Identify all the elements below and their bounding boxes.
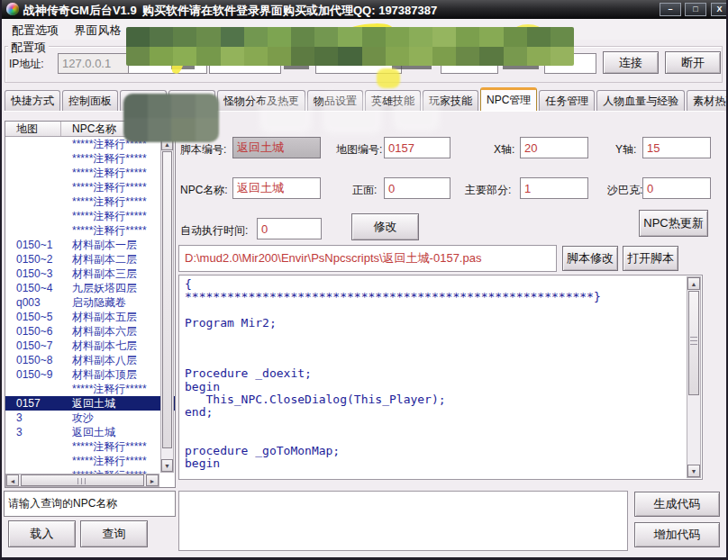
scroll-left-icon[interactable]: ◄	[6, 474, 19, 486]
tab-npc-manage[interactable]: NPC管理	[480, 87, 537, 111]
table-row[interactable]: 0150~9材料副本顶层	[5, 367, 175, 382]
table-row[interactable]: *****注释行*****	[5, 209, 175, 223]
tab-hp-exp[interactable]: 人物血量与经验	[596, 90, 685, 111]
connect-button[interactable]: 连接	[603, 51, 659, 74]
row-npc-name-cell: *****注释行*****	[61, 382, 175, 396]
script-code-area[interactable]: { **************************************…	[178, 275, 703, 480]
tab-control-panel[interactable]: 控制面板	[62, 90, 118, 111]
row-map-cell: 3	[5, 411, 61, 425]
scroll-down-icon[interactable]: ▼	[161, 459, 173, 472]
table-row[interactable]: *****注释行*****	[5, 180, 175, 194]
row-map-cell: 0150~8	[5, 353, 61, 367]
script-no-label: 脚本编号:	[180, 142, 226, 158]
add-code-button[interactable]: 增加代码	[634, 522, 720, 547]
scroll-up-icon[interactable]: ▲	[687, 277, 700, 290]
table-row[interactable]: *****注释行*****	[5, 194, 175, 209]
row-map-cell: q003	[5, 295, 61, 310]
table-row[interactable]: 0157返回土城	[5, 396, 175, 411]
maximize-button[interactable]: □	[685, 3, 706, 16]
table-vscroll-thumb[interactable]	[162, 151, 172, 448]
script-no-field[interactable]	[232, 137, 321, 158]
tab-material-update[interactable]: 素材热更	[687, 90, 728, 111]
menu-config-options[interactable]: 配置选项	[10, 19, 60, 39]
row-map-cell: 0150~3	[5, 266, 61, 281]
disconnect-button[interactable]: 断开	[665, 51, 721, 74]
title-bar: 战神传奇GM后台V1.9 购买软件请在软件登录界面购买或加代理QQ: 19738…	[2, 0, 726, 19]
table-row[interactable]: 0150~2材料副本二层	[5, 252, 175, 266]
title-notice: 购买软件请在软件登录界面购买或加代理QQ: 197387387	[142, 3, 437, 19]
table-row[interactable]: *****注释行*****	[5, 439, 175, 454]
open-script-button[interactable]: 打开脚本	[623, 246, 678, 271]
table-row[interactable]: 3攻沙	[5, 411, 175, 425]
map-no-field[interactable]	[384, 137, 450, 158]
censor-mosaic-tabs	[123, 94, 219, 142]
table-vscrollbar[interactable]: ▲ ▼	[160, 137, 174, 473]
front-label: 正面:	[352, 183, 377, 198]
table-hscrollbar[interactable]: ◄ ►	[5, 474, 159, 487]
row-map-cell: 0150~6	[5, 324, 61, 339]
table-row[interactable]: *****注释行*****	[5, 223, 175, 238]
row-map-cell: 0150~2	[5, 252, 61, 266]
close-button[interactable]: X	[711, 3, 728, 16]
auto-exec-label: 自动执行时间:	[180, 223, 248, 239]
row-map-cell	[5, 151, 61, 166]
table-row[interactable]: *****注释行*****	[5, 454, 175, 468]
row-map-cell: 3	[5, 425, 61, 439]
row-npc-name-cell: *****注释行*****	[61, 166, 175, 180]
map-no-label: 地图编号:	[336, 142, 382, 158]
x-axis-label: X轴:	[494, 142, 514, 158]
table-row[interactable]: 0150~4九层妖塔四层	[5, 281, 175, 295]
y-axis-field[interactable]	[642, 137, 711, 158]
auto-exec-field[interactable]	[257, 218, 322, 239]
table-row[interactable]: 0150~7材料副本七层	[5, 339, 175, 353]
script-modify-button[interactable]: 脚本修改	[562, 246, 618, 271]
x-axis-field[interactable]	[520, 137, 588, 158]
table-row[interactable]: 0150~6材料副本六层	[5, 324, 175, 339]
menu-ui-style[interactable]: 界面风格	[72, 19, 123, 39]
row-map-cell: 0157	[5, 396, 61, 411]
front-field[interactable]	[384, 177, 450, 199]
npc-hot-update-button[interactable]: NPC热更新	[639, 210, 708, 237]
row-npc-name-cell: 返回土城	[61, 425, 175, 439]
load-button[interactable]: 载入	[8, 520, 76, 547]
row-map-cell	[5, 137, 61, 151]
table-hscroll-thumb[interactable]	[21, 474, 144, 486]
shabake-label: 沙巴克:	[607, 183, 642, 198]
row-npc-name-cell: *****注释行*****	[61, 439, 175, 454]
table-row[interactable]: 3返回土城	[5, 425, 175, 439]
table-row[interactable]: 0150~1材料副本一层	[5, 238, 175, 252]
npc-search-input[interactable]	[4, 491, 176, 517]
row-npc-name-cell: *****注释行*****	[61, 180, 175, 194]
code-vscrollbar[interactable]: ▲ ▼	[687, 276, 701, 478]
row-npc-name-cell: 材料副本七层	[61, 339, 175, 353]
generate-code-button[interactable]: 生成代码	[634, 492, 720, 517]
table-row[interactable]: 0150~5材料副本五层	[5, 310, 175, 324]
npc-table: 地图 NPC名称 *****注释行**********注释行**********…	[5, 121, 176, 488]
query-button[interactable]: 查询	[80, 520, 148, 547]
row-map-cell	[5, 439, 61, 454]
header-map[interactable]: 地图	[5, 122, 61, 136]
output-box[interactable]	[178, 491, 628, 551]
modify-button[interactable]: 修改	[351, 213, 419, 240]
table-row[interactable]: *****注释行*****	[5, 382, 175, 396]
table-row[interactable]: *****注释行*****	[5, 166, 175, 180]
main-part-field[interactable]	[520, 177, 588, 199]
scroll-right-icon[interactable]: ►	[146, 474, 159, 486]
ip-label: IP地址:	[9, 57, 44, 72]
minimize-button[interactable]: –	[660, 3, 681, 16]
table-row[interactable]: 0150~8材料副本八层	[5, 353, 175, 367]
scroll-down-icon[interactable]: ▼	[687, 465, 700, 477]
row-map-cell	[5, 194, 61, 209]
table-row[interactable]: q003启动隐藏卷	[5, 295, 175, 310]
tab-task-manage[interactable]: 任务管理	[539, 90, 595, 111]
table-row[interactable]: 0150~3材料副本三层	[5, 266, 175, 281]
censor-mosaic-top	[126, 27, 574, 66]
code-vscroll-thumb[interactable]	[688, 291, 699, 395]
shabake-field[interactable]	[642, 177, 711, 199]
row-map-cell	[5, 454, 61, 468]
watermark-yellow-blob	[377, 68, 400, 88]
npc-name-field[interactable]	[232, 177, 321, 199]
row-map-cell	[5, 209, 61, 223]
tab-shortcut[interactable]: 快捷方式	[5, 90, 60, 111]
table-row[interactable]: *****注释行*****	[5, 151, 175, 166]
